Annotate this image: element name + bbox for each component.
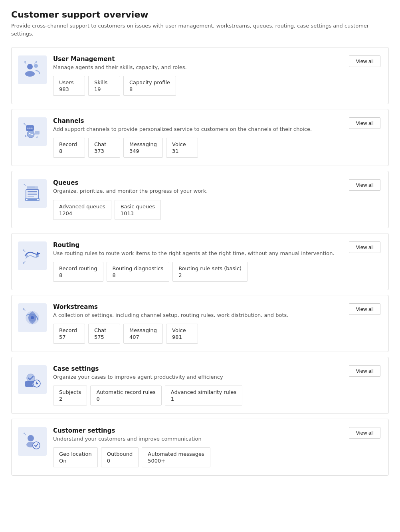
customer-settings-body: Customer settings Understand your custom… [53, 427, 380, 467]
queues-body: Queues Organize, prioritize, and monitor… [53, 179, 380, 220]
stat-workstreams-messaging: Messaging 407 [123, 324, 163, 344]
case-settings-body: Case settings Organize your cases to imp… [53, 365, 380, 405]
stat-outbound: Outbound 0 [101, 447, 139, 467]
workstreams-desc: A collection of settings, including chan… [53, 312, 288, 319]
customer-settings-view-all[interactable]: View all [349, 427, 380, 439]
svg-rect-13 [27, 186, 35, 188]
channels-header: Channels Add support channels to provide… [53, 117, 380, 133]
channels-view-all[interactable]: View all [349, 117, 380, 129]
svg-point-24 [26, 255, 28, 257]
stat-skills: Skills 19 [88, 76, 120, 96]
routing-title: Routing [53, 241, 335, 249]
section-channels: Channels Add support channels to provide… [11, 109, 389, 166]
svg-point-35 [28, 435, 34, 441]
section-workstreams: Workstreams A collection of settings, in… [11, 295, 389, 352]
user-management-view-all[interactable]: View all [349, 55, 380, 67]
customer-settings-header: Customer settings Understand your custom… [53, 427, 380, 443]
stat-record-routing: Record routing 8 [53, 262, 103, 282]
routing-icon [18, 241, 47, 270]
case-settings-desc: Organize your cases to improve agent pro… [53, 374, 223, 381]
svg-point-19 [26, 199, 28, 200]
page-subtitle: Provide cross-channel support to custome… [11, 22, 389, 38]
svg-rect-17 [28, 196, 34, 197]
case-settings-stats: Subjects 2 Automatic record rules 0 Adva… [53, 386, 380, 405]
case-settings-header: Case settings Organize your cases to imp… [53, 365, 380, 381]
stat-workstreams-voice: Voice 981 [166, 324, 198, 344]
queues-title: Queues [53, 179, 208, 186]
svg-rect-16 [28, 194, 37, 195]
user-management-body: User Management Manage agents and their … [53, 55, 380, 96]
stat-advanced-queues: Advanced queues 1204 [53, 200, 111, 220]
user-management-icon [18, 55, 47, 84]
stat-subjects: Subjects 2 [53, 386, 87, 405]
routing-stats: Record routing 8 Routing diagnostics 8 R… [53, 262, 380, 282]
queues-view-all[interactable]: View all [349, 179, 380, 191]
stat-geo-location: Geo location On [53, 447, 98, 467]
routing-view-all[interactable]: View all [349, 241, 380, 253]
stat-automated-messages: Automated messages 5000+ [142, 447, 210, 467]
svg-point-20 [37, 199, 39, 200]
svg-point-4 [36, 61, 37, 63]
stat-channels-messaging: Messaging 349 [123, 138, 163, 158]
channels-stats: Record 8 Chat 373 Messaging 349 Voice 31 [53, 138, 380, 158]
workstreams-header: Workstreams A collection of settings, in… [53, 303, 380, 319]
user-management-title: User Management [53, 55, 187, 63]
stat-basic-queues: Basic queues 1013 [115, 200, 161, 220]
stat-channels-record: Record 8 [53, 138, 85, 158]
queues-header: Queues Organize, prioritize, and monitor… [53, 179, 380, 195]
svg-point-25 [23, 249, 24, 251]
section-queues: Queues Organize, prioritize, and monitor… [11, 171, 389, 228]
queues-icon [18, 179, 47, 208]
section-routing: Routing Use routing rules to route work … [11, 233, 389, 290]
svg-marker-22 [37, 252, 40, 255]
svg-point-3 [24, 61, 26, 63]
workstreams-title: Workstreams [53, 303, 288, 310]
svg-rect-10 [35, 131, 40, 134]
queues-stats: Advanced queues 1204 Basic queues 1013 [53, 200, 380, 220]
page-title: Customer support overview [11, 10, 389, 20]
svg-point-29 [23, 308, 24, 310]
stat-automatic-record-rules: Automatic record rules 0 [90, 386, 161, 405]
case-settings-icon [18, 365, 47, 394]
workstreams-stats: Record 57 Chat 575 Messaging 407 Voice 9… [53, 324, 380, 344]
user-management-stats: Users 983 Skills 19 Capacity profile 8 [53, 76, 380, 96]
section-user-management: User Management Manage agents and their … [11, 47, 389, 104]
svg-point-8 [32, 128, 33, 129]
channels-title: Channels [53, 117, 312, 125]
customer-settings-title: Customer settings [53, 427, 202, 434]
svg-point-7 [30, 128, 31, 129]
svg-point-0 [27, 64, 33, 69]
workstreams-view-all[interactable]: View all [349, 303, 380, 315]
channels-desc: Add support channels to provide personal… [53, 126, 312, 133]
workstreams-icon [18, 303, 47, 332]
svg-point-38 [24, 433, 25, 434]
svg-point-11 [24, 123, 25, 125]
stat-channels-voice: Voice 31 [166, 138, 198, 158]
routing-header: Routing Use routing rules to route work … [53, 241, 380, 257]
customer-settings-stats: Geo location On Outbound 0 Automated mes… [53, 447, 380, 467]
stat-channels-chat: Chat 373 [88, 138, 120, 158]
user-management-header: User Management Manage agents and their … [53, 55, 380, 71]
section-case-settings: Case settings Organize your cases to imp… [11, 357, 389, 414]
page-container: Customer support overview Provide cross-… [0, 0, 400, 532]
case-settings-title: Case settings [53, 365, 223, 372]
case-settings-view-all[interactable]: View all [349, 365, 380, 377]
channels-body: Channels Add support channels to provide… [53, 117, 380, 158]
user-management-desc: Manage agents and their skills, capacity… [53, 64, 187, 71]
stat-routing-diagnostics: Routing diagnostics 8 [107, 262, 170, 282]
svg-point-34 [36, 382, 38, 385]
stat-workstreams-chat: Chat 575 [88, 324, 120, 344]
svg-point-30 [31, 316, 34, 319]
queues-desc: Organize, prioritize, and monitor the pr… [53, 188, 208, 195]
stat-capacity-profile: Capacity profile 8 [123, 76, 176, 96]
stat-users: Users 983 [53, 76, 85, 96]
svg-point-2 [34, 64, 38, 68]
svg-point-26 [23, 262, 24, 264]
svg-point-6 [28, 128, 29, 129]
section-customer-settings: Customer settings Understand your custom… [11, 419, 389, 476]
routing-desc: Use routing rules to route work items to… [53, 250, 335, 257]
channels-icon [18, 117, 47, 146]
stat-workstreams-record: Record 57 [53, 324, 85, 344]
stat-routing-rule-sets: Routing rule sets (basic) 2 [172, 262, 248, 282]
stat-advanced-similarity-rules: Advanced similarity rules 1 [165, 386, 242, 405]
